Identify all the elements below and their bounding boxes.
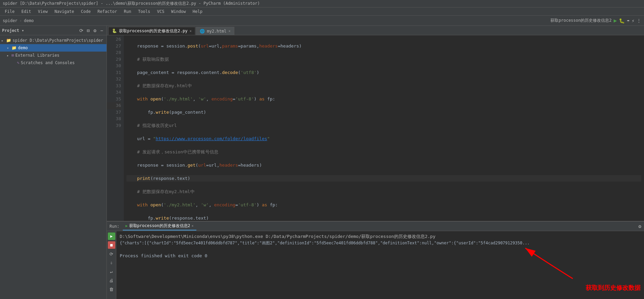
console-empty-line [120,246,641,253]
run-panel: Run: ▶ 获取processon的历史修改信息2 × ⚙ ▶ ■ [107,221,644,299]
run-tab-icon: ▶ [125,224,128,228]
console-output: D:\Software\Development\Miniconda\envs\p… [116,231,644,299]
code-line-34: # 发起请求，session中已携带账号信息 [126,149,641,155]
tab-py-close[interactable]: × [190,29,192,33]
tree-item-demo[interactable]: ▾ 📁 demo [0,44,106,52]
code-line-26: response = session.post(url=url,params=p… [126,43,641,50]
tree-label-scratches: Scratches and Consoles [21,60,75,65]
code-line-38: with open('./my2.html', 'w', encoding='u… [126,202,641,208]
menu-window[interactable]: Window [169,8,189,15]
collapse-all-icon[interactable]: ⊟ [85,28,91,33]
run-config-label: 获取processon的历史修改信息2 [550,18,611,23]
project-panel: Project ▾ ⟳ ⊟ ⚙ − ▸ 📁 spider D:\Data\Pyc… [0,26,107,299]
code-line-33: url = "https://www.processon.com/folder/… [126,135,641,142]
tab-py-name: 获取processon的历史修改信息2.py [119,28,188,34]
code-content: response = session.post(url=url,params=p… [124,35,644,221]
tree-label-spider: spider D:\Data\PycharmProjects\spider [13,38,103,43]
tree-item-scratches[interactable]: ✎ Scratches and Consoles [0,59,106,67]
title-bar: spider [D:\Data\PycharmProjects\spider] … [0,0,644,7]
soft-wrap-icon[interactable]: ↵ [108,268,115,275]
profile-button[interactable]: ⚡ [632,18,635,23]
tree-label-external-libs: External Libraries [15,53,59,58]
settings-icon[interactable]: ⚙ [92,28,98,33]
stop-button[interactable]: ■ [108,241,115,249]
sync-icon[interactable]: ⟳ [79,28,84,33]
code-line-27: # 获取响应数据 [126,56,641,63]
lib-icon: ⊞ [12,53,14,58]
menu-file[interactable]: File [2,8,17,15]
menu-run[interactable]: Run [121,8,134,15]
code-line-37: # 把数据保存在my2.html中 [126,188,641,195]
project-panel-title: Project ▾ [2,28,24,33]
nav-demo[interactable]: demo [24,18,34,23]
console-data-line: {"charts":[{"chartId":"5fd5eec7e401fd06d… [120,240,641,246]
code-line-35: response = session.get(url=url,headers=h… [126,162,641,169]
project-panel-toolbar: Project ▾ ⟳ ⊟ ⚙ − [0,26,106,35]
main-layout: Project ▾ ⟳ ⊟ ⚙ − ▸ 📁 spider D:\Data\Pyc… [0,26,644,299]
project-toolbar-icons: ⟳ ⊟ ⚙ − [79,28,104,33]
code-line-39: fp.write(response.text) [126,215,641,221]
run-settings-icon[interactable]: ⚙ [639,224,641,229]
print-icon[interactable]: 🖨 [108,277,115,284]
menu-tools[interactable]: Tools [135,8,153,15]
tab-py-file[interactable]: 🐍 获取processon的历史修改信息2.py × [108,27,195,35]
rerun-icon[interactable]: ⟳ [108,250,115,258]
menu-help[interactable]: Help [190,8,205,15]
tree-item-spider[interactable]: ▸ 📁 spider D:\Data\PycharmProjects\spide… [0,37,106,44]
tree-item-external-libs[interactable]: ▸ ⊞ External Libraries [0,52,106,59]
run-controls: ▶ ■ ⟳ ⇩ ↵ 🖨 🗑 [107,231,116,299]
coverage-button[interactable]: ☂ [627,18,629,23]
tab-py-label: 🐍 [112,29,117,33]
clear-icon[interactable]: 🗑 [108,285,115,293]
scratches-icon: ✎ [17,60,19,65]
code-line-28: page_content = response.content.decode('… [126,69,641,76]
expand-icon-libs: ▸ [7,54,12,57]
project-tree: ▸ 📁 spider D:\Data\PycharmProjects\spide… [0,35,106,299]
title-text: spider [D:\Data\PycharmProjects\spider] … [3,1,260,6]
expand-icon: ▸ [1,39,6,42]
run-panel-tabs: Run: ▶ 获取processon的历史修改信息2 × ⚙ [107,222,644,231]
menu-bar: File Edit View Navigate Code Refactor Ru… [0,7,644,16]
code-editor[interactable]: 26 27 28 29 30 31 32 33 34 35 36 37 38 3… [107,35,644,221]
console-cmd-line: D:\Software\Development\Miniconda\envs\p… [120,233,641,240]
run-again-button[interactable]: ▶ [108,232,115,240]
tab-html-close[interactable]: × [229,29,231,33]
tab-html-name: my2.html [207,29,227,34]
hide-panel-icon[interactable]: − [99,28,104,33]
run-tab-close[interactable]: × [192,224,194,228]
menu-refactor[interactable]: Refactor [95,8,120,15]
run-label: Run: [110,224,119,229]
run-panel-content: ▶ ■ ⟳ ⇩ ↵ 🖨 🗑 D:\Software\Development\Mi… [107,231,644,299]
menu-view[interactable]: View [35,8,51,15]
code-line-32: # 指定修改历史url [126,122,641,129]
nav-spider[interactable]: spider [3,18,17,23]
expand-icon-demo: ▾ [7,46,12,50]
scroll-end-icon[interactable]: ⇩ [108,259,115,266]
nav-bar: spider › demo 获取processon的历史修改信息2 ▶ 🐛 ☂ … [0,16,644,26]
run-tab-active[interactable]: ▶ 获取processon的历史修改信息2 × [123,222,196,230]
tab-html-icon: 🌐 [200,29,205,34]
editor-tabs: 🐍 获取processon的历史修改信息2.py × 🌐 my2.html × [107,26,644,35]
editor-panel: 🐍 获取processon的历史修改信息2.py × 🌐 my2.html × … [107,26,644,299]
folder-icon-demo: 📁 [12,45,17,50]
code-line-29: # 把数据保存在my.html中 [126,82,641,89]
menu-code[interactable]: Code [78,8,94,15]
code-line-30: with open('./my.html', 'w', encoding='ut… [126,96,641,102]
menu-vcs[interactable]: VCS [154,8,167,15]
line-numbers: 26 27 28 29 30 31 32 33 34 35 36 37 38 3… [107,35,124,221]
run-button[interactable]: ▶ [613,17,617,24]
debug-button[interactable]: 🐛 [619,18,625,23]
run-tab-label: 获取processon的历史修改信息2 [129,223,190,229]
menu-navigate[interactable]: Navigate [52,8,77,15]
menu-edit[interactable]: Edit [19,8,34,15]
code-line-31: fp.write(page_content) [126,109,641,116]
tree-label-demo: demo [18,45,28,50]
console-exit-line: Process finished with exit code 0 [120,253,641,259]
more-actions[interactable]: ⋮ [637,18,641,23]
code-line-36: print(response.text) [126,175,641,182]
tab-html-file[interactable]: 🌐 my2.html × [196,27,234,35]
annotation-text: 获取到历史修改数据 [586,283,641,292]
folder-icon-spider: 📁 [6,38,11,43]
